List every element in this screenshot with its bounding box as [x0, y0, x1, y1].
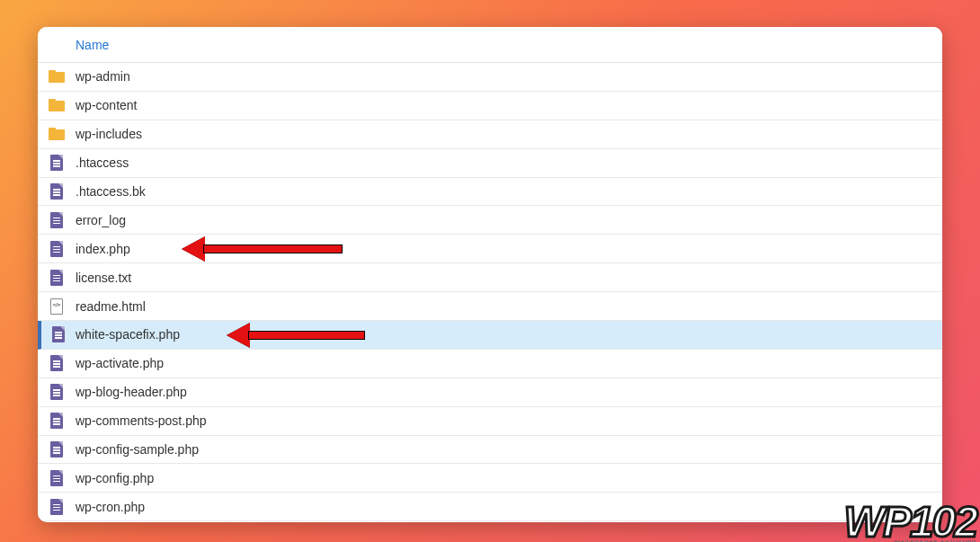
file-name-label: wp-content	[76, 98, 137, 112]
document-file-icon	[38, 413, 76, 429]
document-file-icon	[38, 355, 76, 371]
file-row[interactable]: wp-activate.php	[38, 350, 942, 378]
folder-icon	[38, 70, 76, 83]
file-row[interactable]: index.php	[38, 235, 942, 263]
document-file-icon	[38, 183, 76, 200]
document-file-icon	[38, 155, 76, 171]
file-row[interactable]: readme.html	[38, 292, 942, 321]
file-name-label: index.php	[76, 242, 130, 256]
column-header-name[interactable]: Name	[76, 38, 109, 52]
file-row[interactable]: error_log	[38, 206, 942, 235]
folder-icon	[38, 99, 76, 111]
file-row[interactable]: wp-admin	[38, 63, 942, 92]
file-row[interactable]: wp-cron.php	[38, 493, 942, 521]
file-row[interactable]: license.txt	[38, 263, 942, 292]
file-name-label: wp-config-sample.php	[76, 442, 199, 457]
code-file-icon	[38, 298, 76, 315]
document-file-icon	[38, 270, 76, 286]
file-list: wp-adminwp-contentwp-includes.htaccess.h…	[38, 63, 942, 521]
file-name-label: wp-includes	[76, 127, 142, 141]
folder-icon	[38, 128, 76, 140]
file-name-label: .htaccess.bk	[76, 184, 146, 199]
file-name-label: wp-cron.php	[76, 500, 145, 514]
file-row[interactable]: wp-blog-header.php	[38, 378, 942, 407]
file-browser-panel: Name wp-adminwp-contentwp-includes.htacc…	[38, 27, 942, 522]
file-name-label: wp-admin	[76, 69, 130, 84]
file-row[interactable]: wp-comments-post.php	[38, 407, 942, 436]
file-name-label: wp-blog-header.php	[76, 385, 187, 399]
file-row[interactable]: .htaccess.bk	[38, 178, 942, 207]
document-file-icon	[38, 384, 76, 400]
document-file-icon	[38, 212, 76, 228]
file-row[interactable]: wp-config-sample.php	[38, 436, 942, 465]
file-name-label: white-spacefix.php	[76, 327, 180, 342]
file-row[interactable]: wp-config.php	[38, 464, 942, 493]
file-name-label: error_log	[76, 213, 126, 227]
file-name-label: wp-config.php	[76, 471, 154, 485]
file-row[interactable]: .htaccess	[38, 149, 942, 178]
file-name-label: license.txt	[76, 271, 131, 285]
document-file-icon	[41, 326, 76, 342]
file-row[interactable]: wp-includes	[38, 120, 942, 149]
file-name-label: wp-activate.php	[76, 356, 164, 370]
file-name-label: readme.html	[76, 299, 146, 314]
document-file-icon	[38, 441, 76, 458]
watermark-logo: WP102 WORDPRESS COMUNITY	[844, 501, 976, 542]
file-name-label: wp-comments-post.php	[76, 413, 207, 428]
file-row[interactable]: white-spacefix.php	[38, 321, 942, 350]
document-file-icon	[38, 241, 76, 257]
document-file-icon	[38, 499, 76, 515]
file-name-label: .htaccess	[76, 155, 129, 170]
table-header: Name	[38, 27, 942, 63]
watermark-main: WP102	[844, 498, 976, 542]
file-row[interactable]: wp-content	[38, 92, 942, 120]
document-file-icon	[38, 470, 76, 486]
